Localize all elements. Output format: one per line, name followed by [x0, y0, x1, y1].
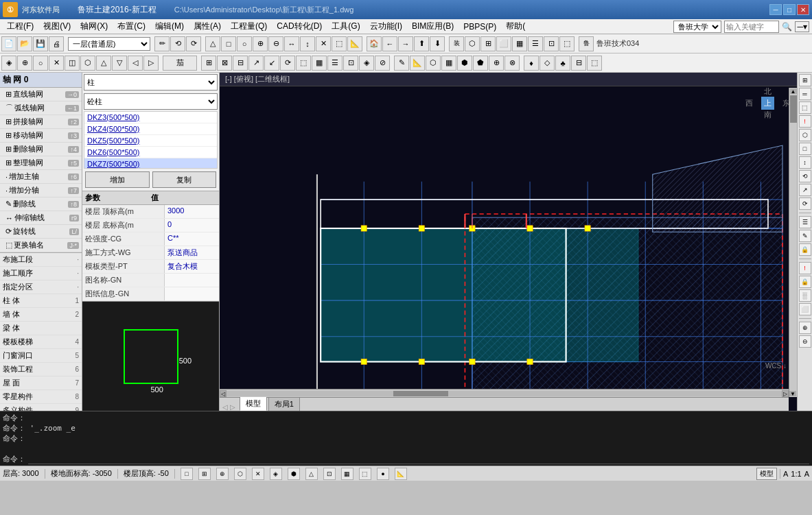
menu-gong-cheng-liang[interactable]: 工程量(Q): [227, 19, 271, 34]
tb-tool24[interactable]: ⊡: [544, 36, 559, 51]
tb2-12[interactable]: ⊞: [201, 56, 216, 71]
tb-print[interactable]: 🖨: [49, 36, 64, 51]
col-item-3[interactable]: DKZ6(500*500): [84, 147, 217, 158]
tb2-17[interactable]: ⟳: [280, 56, 295, 71]
tb2-1[interactable]: ◈: [1, 56, 16, 71]
tb2-33[interactable]: ◇: [540, 56, 555, 71]
menu-gong-cheng[interactable]: 工程(F): [3, 19, 38, 34]
rt-btn-4[interactable]: !: [799, 115, 811, 128]
tb2-20[interactable]: ☰: [327, 56, 343, 71]
building-wu-mian[interactable]: 屋 面 7: [0, 376, 82, 390]
tab-layout1[interactable]: 布局1: [268, 397, 300, 411]
tb-tool20[interactable]: ⊞: [480, 36, 496, 51]
tb2-26[interactable]: ⬡: [426, 56, 441, 71]
tb2-23[interactable]: ⊘: [375, 56, 390, 71]
tb-tool3[interactable]: ⟳: [186, 36, 201, 51]
snap-btn-12[interactable]: ●: [377, 468, 389, 480]
tb-save[interactable]: 💾: [33, 36, 48, 51]
tb2-10[interactable]: ▷: [143, 56, 159, 71]
tb2-22[interactable]: ◈: [359, 56, 374, 71]
tb-zhuang[interactable]: 装: [449, 36, 464, 51]
close-button[interactable]: ✕: [797, 4, 809, 15]
sidebar-zhi-xian[interactable]: ⊞ 直线轴网 →0: [0, 88, 82, 101]
tab-nav-left[interactable]: ◁ ▷: [222, 403, 235, 411]
tb2-24[interactable]: ✎: [394, 56, 409, 71]
rt-btn-19[interactable]: ⊖: [799, 335, 811, 348]
column-type-select[interactable]: 柱: [84, 74, 218, 91]
tb-tool15[interactable]: ←: [382, 36, 397, 51]
school-select[interactable]: 鲁班大学: [673, 21, 721, 33]
tb-tool6[interactable]: ○: [237, 36, 252, 51]
building-zhi-ding[interactable]: 指定分区 ·: [0, 280, 82, 294]
tb2-25[interactable]: 📐: [410, 56, 425, 71]
tb2-30[interactable]: ⊕: [489, 56, 504, 71]
snap-btn-8[interactable]: △: [305, 468, 318, 480]
rt-btn-1[interactable]: ⊞: [799, 74, 811, 86]
tb-tool4[interactable]: △: [205, 36, 220, 51]
layer-select[interactable]: 一层(普通层): [68, 37, 150, 51]
col-add-btn[interactable]: 增加: [85, 171, 150, 188]
tb2-29[interactable]: ⬟: [473, 56, 488, 71]
restore-button[interactable]: □: [783, 4, 796, 15]
tb2-8[interactable]: ▽: [112, 56, 127, 71]
tb-tool18[interactable]: ⬇: [430, 36, 445, 51]
col-item-0[interactable]: DKZ3(500*500): [84, 112, 217, 123]
building-zhu-ti[interactable]: 柱 体 1: [0, 294, 82, 308]
tb-tool5[interactable]: □: [221, 36, 236, 51]
building-shi-gong-shun[interactable]: 施工顺序 ·: [0, 267, 82, 280]
tb2-34[interactable]: ♣: [555, 56, 570, 71]
col-item-1[interactable]: DKZ4(500*500): [84, 123, 217, 135]
sidebar-hu-xian[interactable]: ⌒ 弧线轴网 ←1: [0, 101, 82, 115]
col-item-2[interactable]: DKZ5(500*500): [84, 135, 217, 147]
snap-btn-11[interactable]: ⬚: [359, 468, 371, 480]
tb-tool19[interactable]: ⬡: [465, 36, 480, 51]
rt-btn-7[interactable]: ↕: [799, 156, 811, 169]
search-input[interactable]: [724, 21, 779, 33]
h-scrollbar[interactable]: ◁ ▷: [220, 389, 789, 397]
column-subtype-select[interactable]: 砼柱: [84, 93, 218, 110]
menu-bu-zhi[interactable]: 布置(C): [113, 19, 150, 34]
tb2-19[interactable]: ▦: [312, 56, 327, 71]
menu-gong-ju[interactable]: 工具(G): [327, 19, 364, 34]
tb2-15[interactable]: ↗: [248, 56, 264, 71]
snap-btn-13[interactable]: 📐: [395, 468, 407, 480]
rt-btn-12[interactable]: ✎: [799, 230, 811, 242]
search-icon[interactable]: 🔍: [782, 22, 792, 32]
snap-btn-6[interactable]: ◈: [270, 468, 282, 480]
tb-tool10[interactable]: ↕: [300, 36, 315, 51]
building-zhuang-shi[interactable]: 装饰工程 6: [0, 363, 82, 376]
tb2-16[interactable]: ↙: [264, 56, 279, 71]
rt-btn-9[interactable]: ↗: [799, 184, 811, 196]
sidebar-zheng-li[interactable]: ⊞ 整理轴网 ↑5: [0, 156, 82, 170]
tb2-7[interactable]: △: [96, 56, 111, 71]
tb-tool11[interactable]: ✕: [316, 36, 331, 51]
rt-btn-10[interactable]: ⟳: [799, 197, 811, 210]
tb-tool9[interactable]: ↔: [284, 36, 299, 51]
snap-btn-5[interactable]: ✕: [252, 468, 264, 480]
sidebar-zeng-jia-fen[interactable]: · 增加分轴 ↑7: [0, 184, 82, 197]
menu-cad-transform[interactable]: CAD转化(D): [272, 19, 326, 34]
tb2-9[interactable]: ◁: [128, 56, 143, 71]
tb-tool2[interactable]: ⟲: [170, 36, 185, 51]
building-liang-ti[interactable]: 梁 体: [0, 322, 82, 335]
rt-btn-17[interactable]: ⬜: [799, 303, 811, 315]
tb2-31[interactable]: ⊗: [504, 56, 520, 71]
tb-tool13[interactable]: 📐: [347, 36, 362, 51]
rt-btn-5[interactable]: ⬡: [799, 129, 811, 141]
building-bu-shi[interactable]: 布施工段 ·: [0, 253, 82, 267]
tb-tech[interactable]: 鲁: [579, 36, 594, 51]
building-lou-ban[interactable]: 楼板楼梯 4: [0, 335, 82, 349]
tb-new[interactable]: 📄: [1, 36, 16, 51]
rt-btn-16[interactable]: ░: [799, 289, 811, 302]
building-qiang-ti[interactable]: 墙 体 2: [0, 308, 82, 322]
building-men-chuang[interactable]: 门窗洞口 5: [0, 349, 82, 363]
model-btn[interactable]: 模型: [756, 468, 777, 480]
rt-btn-14[interactable]: !: [799, 262, 811, 274]
sidebar-pin-jie[interactable]: ⊞ 拼接轴网 ↑2: [0, 115, 82, 129]
col-item-4[interactable]: DKZ7(500*500): [84, 158, 217, 169]
rt-btn-2[interactable]: ═: [799, 88, 811, 100]
col-copy-btn[interactable]: 复制: [152, 171, 217, 188]
menu-help[interactable]: 帮助(: [502, 19, 529, 34]
tb-tool1[interactable]: ✏: [154, 36, 170, 51]
tb2-13[interactable]: ⊠: [217, 56, 232, 71]
